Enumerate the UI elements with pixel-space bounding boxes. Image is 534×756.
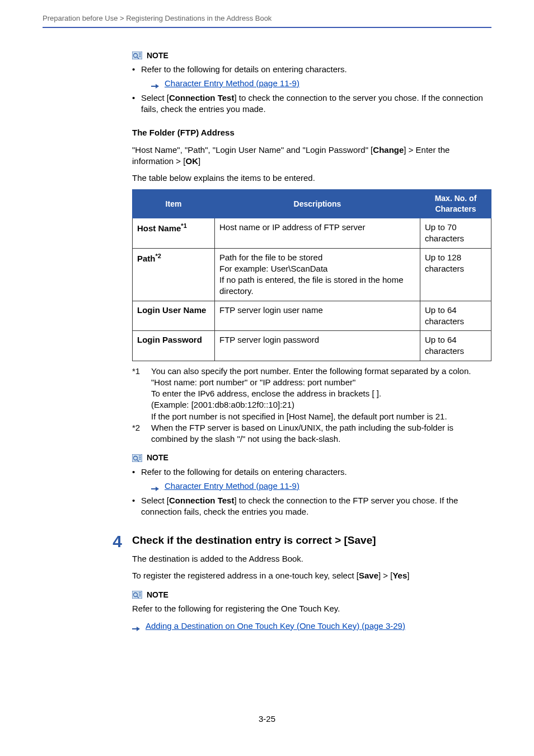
- link-row: Adding a Destination on One Touch Key (O…: [132, 620, 491, 632]
- ftp-intro: "Host Name", "Path", "Login User Name" a…: [132, 144, 491, 167]
- note1-b2-pre: Select [: [141, 93, 169, 102]
- note1-b2-bold: Connection Test: [169, 93, 234, 102]
- note-heading: NOTE: [132, 452, 491, 463]
- ftp-intro-b1: Change: [373, 145, 404, 155]
- cell-item: Login User Name: [133, 301, 215, 331]
- r1-item: Host Name: [137, 223, 181, 233]
- note-icon: [132, 454, 142, 462]
- cell-desc: FTP server login password: [215, 331, 420, 361]
- r1-sup: *1: [181, 222, 186, 229]
- fn2-text: When the FTP server is based on Linux/UN…: [151, 422, 491, 445]
- note3-text: Refer to the following for registering t…: [132, 603, 491, 614]
- table-row: Login User Name FTP server login user na…: [133, 301, 491, 331]
- arrow-icon: [151, 483, 159, 489]
- note-label: NOTE: [147, 452, 168, 463]
- cell-desc: Host name or IP address of FTP server: [215, 218, 420, 249]
- cell-desc: Path for the file to be stored For examp…: [215, 248, 420, 301]
- table-row: Login Password FTP server login password…: [133, 331, 491, 361]
- svg-marker-6: [151, 84, 159, 88]
- svg-marker-20: [132, 627, 140, 631]
- note-icon: [132, 591, 142, 599]
- th-max: Max. No. of Characters: [420, 190, 491, 218]
- table-row: Host Name*1 Host name or IP address of F…: [133, 218, 491, 249]
- th-desc: Descriptions: [215, 190, 420, 218]
- note2-text1: Refer to the following for details on en…: [141, 467, 347, 477]
- fn1-tag: *1: [132, 366, 144, 422]
- arrow-icon: [132, 623, 140, 629]
- breadcrumb: Preparation before Use > Registering Des…: [43, 13, 491, 24]
- table-row: Path*2 Path for the file to be stored Fo…: [133, 248, 491, 301]
- onetouch-link[interactable]: Adding a Destination on One Touch Key (O…: [146, 620, 405, 632]
- p2-b1: Save: [359, 571, 378, 580]
- p2-pre: To register the registered address in a …: [132, 571, 359, 580]
- note2-b2-bold: Connection Test: [169, 496, 234, 505]
- cell-max: Up to 64 characters: [420, 301, 491, 331]
- link-row: Character Entry Method (page 11-9): [151, 480, 491, 492]
- cell-max: Up to 128 characters: [420, 248, 491, 301]
- note1-item1: Refer to the following for details on en…: [132, 64, 491, 89]
- r2-sup: *2: [156, 253, 161, 259]
- arrow-icon: [151, 81, 159, 86]
- note-label: NOTE: [147, 50, 168, 61]
- ftp-heading: The Folder (FTP) Address: [132, 127, 491, 138]
- page-number: 3-25: [43, 713, 491, 725]
- step-title: Check if the destination entry is correc…: [132, 533, 491, 548]
- char-entry-link[interactable]: Character Entry Method (page 11-9): [165, 480, 299, 492]
- note-heading: NOTE: [132, 590, 491, 600]
- cell-item: Path*2: [133, 248, 215, 301]
- note2-item2: Select [Connection Test] to check the co…: [132, 495, 491, 518]
- cell-max: Up to 70 characters: [420, 218, 491, 249]
- p2-b2: Yes: [392, 571, 407, 580]
- step4-p1: The destination is added to the Address …: [132, 553, 491, 564]
- step-number: 4: [105, 533, 122, 550]
- note-label: NOTE: [147, 590, 168, 600]
- cell-desc: FTP server login user name: [215, 301, 420, 331]
- note2-item1: Refer to the following for details on en…: [132, 466, 491, 492]
- note-icon: [132, 52, 142, 59]
- note2-list: Refer to the following for details on en…: [132, 466, 491, 517]
- note1-list: Refer to the following for details on en…: [132, 64, 491, 115]
- th-item: Item: [133, 190, 215, 218]
- step4-p2: To register the registered address in a …: [132, 570, 491, 581]
- ftp-intro-post: ]: [198, 156, 200, 166]
- ftp-intro-pre: "Host Name", "Path", "Login User Name" a…: [132, 145, 373, 155]
- cell-item: Login Password: [133, 331, 215, 361]
- fn1-text: You can also specify the port number. En…: [151, 366, 471, 422]
- note2-b2-pre: Select [: [141, 496, 169, 505]
- char-entry-link[interactable]: Character Entry Method (page 11-9): [165, 78, 299, 89]
- ftp-table-intro: The table below explains the items to be…: [132, 172, 491, 184]
- note-heading: NOTE: [132, 50, 491, 61]
- svg-marker-13: [151, 487, 159, 491]
- ftp-table: Item Descriptions Max. No. of Characters…: [132, 189, 491, 361]
- link-row: Character Entry Method (page 11-9): [151, 78, 491, 89]
- r2-item: Path: [137, 254, 156, 263]
- cell-item: Host Name*1: [133, 218, 215, 249]
- note1-item2: Select [Connection Test] to check the co…: [132, 92, 491, 115]
- footnote-2: *2 When the FTP server is based on Linux…: [132, 422, 491, 445]
- footnote-1: *1 You can also specify the port number.…: [132, 366, 491, 422]
- cell-max: Up to 64 characters: [420, 331, 491, 361]
- fn2-tag: *2: [132, 422, 144, 445]
- footnotes: *1 You can also specify the port number.…: [132, 366, 491, 445]
- p2-post: ]: [407, 571, 409, 580]
- note1-text1: Refer to the following for details on en…: [141, 64, 347, 74]
- header-rule: [43, 27, 491, 28]
- ftp-intro-b2: OK: [185, 156, 198, 166]
- p2-mid: ] > [: [378, 571, 392, 580]
